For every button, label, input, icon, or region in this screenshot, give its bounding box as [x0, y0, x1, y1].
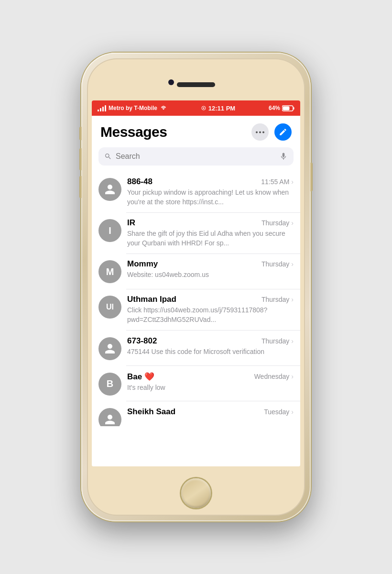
list-item[interactable]: B Bae ❤️ Wednesday › It's really low	[92, 366, 300, 401]
list-item[interactable]: M Mommy Thursday › Website: us04web.zoom…	[92, 254, 300, 289]
message-content: 886-48 11:55 AM › Your pickup window is …	[127, 177, 294, 207]
battery-icon	[282, 105, 294, 111]
location-icon	[201, 105, 207, 111]
person-icon	[103, 182, 117, 197]
messages-app: Messages	[92, 116, 300, 466]
messages-header: Messages	[92, 116, 300, 144]
message-content: Uthman Ipad Thursday › Click https://us0…	[127, 295, 294, 324]
chevron-right-icon: ›	[291, 296, 294, 303]
status-right: 64%	[269, 105, 294, 111]
current-time: 12:11 PM	[208, 105, 235, 112]
avatar: M	[98, 260, 121, 283]
message-time: Wednesday	[254, 373, 290, 380]
status-time-area: 12:11 PM	[201, 105, 235, 112]
more-icon	[256, 131, 264, 133]
svg-point-6	[259, 131, 261, 133]
contact-name: Bae ❤️	[127, 372, 154, 382]
avatar	[98, 337, 121, 360]
person-icon	[103, 342, 117, 356]
message-meta: Tuesday ›	[264, 408, 294, 416]
home-button[interactable]	[181, 478, 211, 508]
chevron-right-icon: ›	[291, 260, 294, 268]
message-meta: Wednesday ›	[254, 373, 294, 380]
message-top: 673-802 Thursday ›	[127, 336, 294, 346]
status-bar: Metro by T-Mobile 12:11 PM 64%	[92, 100, 300, 116]
search-input[interactable]	[116, 152, 275, 161]
message-time: Thursday	[261, 296, 289, 303]
mic-icon	[279, 152, 288, 161]
message-top: Mommy Thursday ›	[127, 259, 294, 269]
message-meta: Thursday ›	[261, 219, 294, 227]
wifi-icon	[160, 105, 167, 111]
message-content: IR Thursday › Share the gift of joy this…	[127, 218, 294, 248]
svg-point-1	[203, 108, 204, 109]
person-icon	[103, 412, 117, 426]
message-list: 886-48 11:55 AM › Your pickup window is …	[92, 171, 300, 426]
chevron-right-icon: ›	[291, 178, 294, 186]
front-camera	[168, 79, 174, 85]
message-meta: Thursday ›	[261, 337, 294, 345]
message-preview: Website: us04web.zoom.us	[127, 270, 294, 280]
message-top: Bae ❤️ Wednesday ›	[127, 372, 294, 382]
contact-name: Sheikh Saad	[127, 407, 175, 417]
carrier-name: Metro by T-Mobile	[109, 105, 157, 111]
message-content: Bae ❤️ Wednesday › It's really low	[127, 372, 294, 393]
chevron-right-icon: ›	[291, 408, 294, 416]
message-content: Sheikh Saad Tuesday ›	[127, 407, 294, 418]
message-top: 886-48 11:55 AM ›	[127, 177, 294, 187]
list-item[interactable]: Sheikh Saad Tuesday ›	[92, 401, 300, 426]
status-left: Metro by T-Mobile	[98, 105, 167, 111]
contact-name: 886-48	[127, 177, 152, 187]
speaker	[177, 82, 215, 87]
mute-button[interactable]	[79, 127, 82, 140]
avatar	[98, 178, 121, 201]
compose-icon	[279, 128, 287, 136]
svg-point-7	[262, 131, 264, 133]
message-top: IR Thursday ›	[127, 218, 294, 228]
message-top: Uthman Ipad Thursday ›	[127, 295, 294, 304]
power-button[interactable]	[310, 163, 313, 191]
avatar: B	[98, 373, 121, 396]
contact-name: IR	[127, 218, 135, 228]
list-item[interactable]: 673-802 Thursday › 475144 Use this code …	[92, 331, 300, 366]
list-item[interactable]: UI Uthman Ipad Thursday › Click https://…	[92, 289, 300, 330]
list-item[interactable]: 886-48 11:55 AM › Your pickup window is …	[92, 171, 300, 212]
message-time: 11:55 AM	[261, 178, 289, 186]
search-icon	[104, 153, 112, 160]
contact-name: Mommy	[127, 259, 158, 269]
message-time: Thursday	[261, 260, 289, 268]
message-content: Mommy Thursday › Website: us04web.zoom.u…	[127, 259, 294, 280]
signal-bar-4	[105, 105, 106, 111]
chevron-right-icon: ›	[291, 337, 294, 345]
message-preview: Click https://us04web.zoom.us/j/75931117…	[127, 306, 294, 324]
phone-body: Metro by T-Mobile 12:11 PM 64%	[81, 53, 311, 521]
message-meta: Thursday ›	[261, 296, 294, 303]
contact-name: Uthman Ipad	[127, 295, 176, 304]
message-content: 673-802 Thursday › 475144 Use this code …	[127, 336, 294, 357]
header-actions	[251, 123, 292, 141]
message-time: Tuesday	[264, 408, 289, 416]
compose-button[interactable]	[274, 123, 292, 141]
more-button[interactable]	[251, 123, 269, 141]
signal-bar-2	[100, 108, 101, 111]
message-time: Thursday	[261, 219, 289, 227]
svg-rect-3	[294, 107, 294, 110]
message-meta: 11:55 AM ›	[261, 178, 294, 186]
chevron-right-icon: ›	[291, 373, 294, 380]
avatar	[98, 408, 121, 426]
signal-bar-1	[98, 110, 99, 111]
app-title: Messages	[100, 124, 167, 140]
list-item[interactable]: I IR Thursday › Share the gift of joy th…	[92, 212, 300, 254]
avatar: I	[98, 219, 121, 242]
message-preview: It's really low	[127, 383, 294, 393]
volume-up-button[interactable]	[79, 148, 82, 170]
message-preview: Share the gift of joy this Eid ul Adha w…	[127, 229, 294, 248]
svg-rect-4	[283, 106, 290, 110]
message-meta: Thursday ›	[261, 260, 294, 268]
message-top: Sheikh Saad Tuesday ›	[127, 407, 294, 417]
message-preview: Your pickup window is approaching! Let u…	[127, 188, 294, 207]
volume-down-button[interactable]	[79, 176, 82, 198]
search-bar[interactable]	[98, 147, 294, 166]
message-time: Thursday	[261, 337, 289, 345]
avatar: UI	[98, 296, 121, 319]
